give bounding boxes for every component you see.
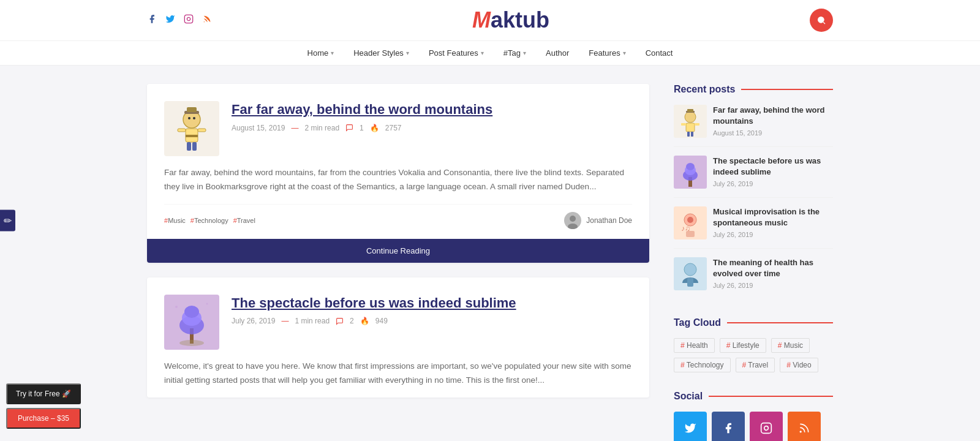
svg-point-24	[184, 306, 199, 318]
nav-header-styles[interactable]: Header Styles ▾	[345, 41, 418, 65]
recent-post-3-title[interactable]: Musical improvisation is the spontaneous…	[713, 206, 833, 228]
nav-author[interactable]: Author	[537, 41, 578, 65]
header-social-icons	[147, 14, 212, 26]
post-2-comment-icon	[336, 317, 344, 325]
cloud-tag-lifestyle[interactable]: Lifestyle	[720, 338, 766, 353]
cloud-tag-music[interactable]: Music	[771, 338, 810, 353]
rss-social-btn[interactable]	[788, 412, 821, 441]
rss-header-icon[interactable]	[202, 14, 212, 26]
facebook-social-btn[interactable]	[712, 412, 745, 441]
social-title: Social	[674, 391, 833, 402]
purchase-button[interactable]: Purchase – $35	[6, 408, 81, 429]
bottom-buttons: Try it for Free 🚀 Purchase – $35	[6, 383, 81, 429]
post-2-header: The spectacle before us was indeed subli…	[164, 295, 632, 350]
recent-post-1-title[interactable]: Far far away, behind the word mountains	[713, 105, 833, 127]
recent-posts-title: Recent posts	[674, 84, 833, 95]
svg-point-48	[684, 263, 696, 276]
post-1-header: Far far away, behind the word mountains …	[164, 101, 632, 156]
social-buttons	[674, 412, 833, 441]
post-2-thumb-img	[164, 295, 219, 350]
post-card-1: Far far away, behind the word mountains …	[147, 84, 649, 263]
nav-inner: Home ▾ Header Styles ▾ Post Features ▾ #…	[123, 41, 858, 65]
post-1-author-name: Jonathan Doe	[586, 216, 632, 225]
post-2-title[interactable]: The spectacle before us was indeed subli…	[232, 295, 516, 311]
svg-rect-50	[761, 423, 772, 434]
instagram-header-icon[interactable]	[184, 14, 194, 26]
search-button[interactable]	[810, 9, 833, 32]
svg-rect-16	[192, 142, 197, 151]
cloud-tag-technology[interactable]: Technology	[674, 358, 731, 372]
recent-post-4-date: July 26, 2019	[713, 282, 833, 289]
recent-post-item-3: ♪♫ Musical improvisation is the spontane…	[674, 206, 833, 249]
post-2-date: July 26, 2019	[232, 317, 275, 325]
svg-rect-34	[695, 123, 699, 126]
post-1-comments: 1	[360, 124, 364, 132]
nav-header-styles-arrow: ▾	[406, 50, 409, 56]
recent-thumb-2	[674, 156, 707, 189]
post-2-title-area: The spectacle before us was indeed subli…	[232, 295, 516, 326]
tag-cloud: Health Lifestyle Music Technology Travel…	[674, 338, 833, 372]
post-1-tag-music[interactable]: Music	[164, 217, 186, 224]
nav-home-arrow: ▾	[331, 50, 334, 56]
site-logo[interactable]: Maktub	[472, 7, 549, 33]
post-1-title[interactable]: Far far away, behind the word mountains	[232, 102, 492, 117]
post-1-date: August 15, 2019	[232, 124, 285, 132]
post-card-2-inner: The spectacle before us was indeed subli…	[147, 277, 649, 388]
post-1-continue-btn[interactable]: Continue Reading	[147, 239, 649, 263]
twitter-social-btn[interactable]	[674, 412, 707, 441]
nav-features[interactable]: Features ▾	[580, 41, 634, 65]
nav-tag-arrow: ▾	[523, 50, 526, 56]
pen-button[interactable]: ✏	[0, 210, 15, 232]
instagram-social-btn[interactable]	[750, 412, 783, 441]
try-button[interactable]: Try it for Free 🚀	[6, 383, 81, 404]
post-1-tag-technology[interactable]: Technology	[190, 217, 228, 224]
post-1-fire-icon: 🔥	[370, 124, 379, 132]
post-card-2: The spectacle before us was indeed subli…	[147, 277, 649, 398]
recent-post-2-title[interactable]: The spectacle before us was indeed subli…	[713, 156, 833, 178]
recent-post-1-info: Far far away, behind the word mountains …	[713, 105, 833, 137]
social-title-line	[709, 396, 833, 397]
post-1-thumb-img	[164, 101, 219, 156]
svg-point-10	[193, 117, 195, 119]
cloud-tag-video[interactable]: Video	[780, 358, 818, 372]
nav-home[interactable]: Home ▾	[299, 41, 343, 65]
svg-rect-14	[198, 129, 206, 132]
nav-tag[interactable]: #Tag ▾	[495, 41, 535, 65]
logo-m: M	[472, 7, 491, 32]
svg-rect-13	[178, 129, 186, 132]
svg-point-18	[570, 216, 576, 222]
svg-rect-49	[687, 278, 693, 287]
main-nav: Home ▾ Header Styles ▾ Post Features ▾ #…	[0, 40, 980, 65]
twitter-header-icon[interactable]	[165, 14, 175, 26]
recent-thumb-3: ♪♫	[674, 206, 707, 239]
cloud-tag-health[interactable]: Health	[674, 338, 715, 353]
social-section: Social	[674, 391, 833, 441]
svg-rect-8	[187, 107, 197, 112]
recent-post-2-date: July 26, 2019	[713, 180, 833, 187]
svg-point-44	[687, 217, 693, 223]
post-1-excerpt: Far far away, behind the word mountains,…	[164, 166, 632, 194]
post-1-footer: Music Technology Travel Jonathan Do	[164, 204, 632, 239]
svg-point-25	[179, 340, 204, 346]
cloud-tag-travel[interactable]: Travel	[736, 358, 775, 372]
post-card-1-inner: Far far away, behind the word mountains …	[147, 84, 649, 239]
nav-post-features-arrow: ▾	[481, 50, 484, 56]
recent-thumb-1	[674, 105, 707, 138]
svg-point-29	[685, 111, 696, 123]
post-1-dash: —	[291, 124, 298, 132]
post-1-tags: Music Technology Travel	[164, 217, 255, 224]
facebook-header-icon[interactable]	[147, 14, 157, 26]
post-2-thumbnail	[164, 295, 219, 350]
svg-rect-46	[686, 231, 695, 237]
post-1-tag-travel[interactable]: Travel	[233, 217, 255, 224]
post-1-author-avatar	[564, 212, 581, 229]
post-2-excerpt: Welcome, it's great to have you here. We…	[164, 360, 632, 388]
svg-rect-32	[686, 123, 695, 132]
header: Maktub Home ▾ Header Styles ▾ Post Featu…	[0, 0, 980, 66]
nav-contact[interactable]: Contact	[637, 41, 682, 65]
recent-post-4-title[interactable]: The meaning of health has evolved over t…	[713, 257, 833, 279]
post-1-comment-icon	[345, 124, 353, 132]
recent-post-item-2: The spectacle before us was indeed subli…	[674, 156, 833, 198]
nav-post-features[interactable]: Post Features ▾	[420, 41, 492, 65]
post-2-read-time: 1 min read	[295, 317, 330, 325]
